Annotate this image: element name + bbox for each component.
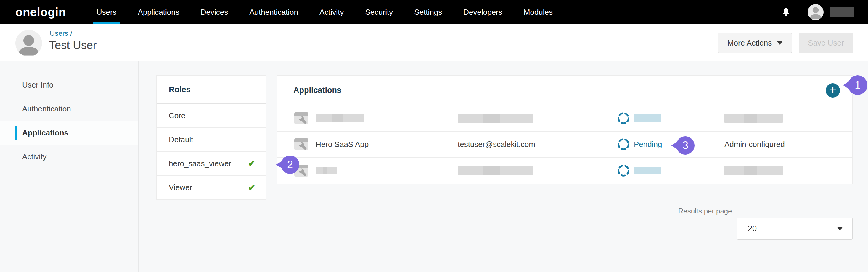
loading-spinner-icon	[617, 112, 630, 125]
user-avatar	[16, 30, 42, 57]
sidebar-item-applications[interactable]: Applications	[0, 121, 138, 145]
role-label: hero_saas_viewer	[169, 159, 231, 168]
pending-spinner-icon	[617, 138, 630, 151]
skeleton-login	[458, 114, 533, 123]
skeleton-login	[458, 166, 533, 175]
app-wrench-icon	[294, 138, 308, 150]
page-header: Users / Test User More Actions Save User	[0, 24, 868, 61]
application-row-loading[interactable]	[277, 158, 852, 184]
skeleton-status	[634, 114, 661, 122]
app-wrench-icon	[294, 112, 308, 124]
role-row-default[interactable]: Default	[157, 128, 266, 152]
role-label: Core	[169, 111, 185, 120]
account-avatar-icon[interactable]	[808, 4, 824, 20]
app-login: testuser@scalekit.com	[458, 140, 535, 149]
loading-spinner-icon	[617, 164, 630, 177]
nav-item-authentication[interactable]: Authentication	[246, 0, 301, 24]
notifications-bell-icon[interactable]	[781, 7, 790, 17]
nav-item-activity[interactable]: Activity	[316, 0, 347, 24]
navbar-right-controls	[781, 4, 868, 20]
nav-item-users[interactable]: Users	[93, 0, 120, 24]
results-per-page-value: 20	[748, 224, 757, 233]
onelogin-logo[interactable]: onelogin	[16, 6, 66, 19]
applications-panel: Applications +	[277, 75, 852, 184]
roles-panel-title: Roles	[157, 76, 266, 104]
skeleton-provisioning	[724, 166, 783, 175]
skeleton-provisioning	[724, 114, 783, 123]
chevron-down-icon	[777, 41, 782, 45]
add-application-button[interactable]: +	[826, 83, 840, 98]
role-label: Viewer	[169, 183, 192, 192]
role-row-hero-saas-viewer[interactable]: hero_saas_viewer ✔	[157, 152, 266, 176]
app-provisioning: Admin-configured	[724, 140, 785, 149]
nav-item-applications[interactable]: Applications	[135, 0, 183, 24]
chevron-down-icon	[837, 227, 843, 231]
sidebar-item-user-info[interactable]: User Info	[0, 73, 138, 97]
results-per-page-select[interactable]: 20	[737, 217, 852, 240]
nav-item-developers[interactable]: Developers	[460, 0, 506, 24]
skeleton-app-name	[316, 114, 365, 122]
account-name-redacted	[830, 7, 854, 17]
nav-item-settings[interactable]: Settings	[411, 0, 445, 24]
annotation-badge-1: 1	[848, 75, 867, 95]
app-name: Hero SaaS App	[316, 140, 369, 149]
applications-panel-title: Applications	[293, 86, 341, 95]
annotation-badge-2: 2	[281, 156, 299, 174]
sidebar: User Info Authentication Applications Ac…	[0, 61, 139, 272]
more-actions-button[interactable]: More Actions	[718, 33, 792, 53]
check-icon: ✔	[248, 183, 255, 192]
app-status-pending[interactable]: Pending	[634, 140, 662, 149]
check-icon: ✔	[248, 159, 255, 168]
primary-nav: Users Applications Devices Authenticatio…	[93, 0, 571, 24]
skeleton-app-name	[316, 167, 337, 174]
applications-panel-header: Applications +	[277, 76, 852, 105]
breadcrumb-users-link[interactable]: Users /	[50, 29, 72, 38]
nav-item-security[interactable]: Security	[362, 0, 396, 24]
nav-item-modules[interactable]: Modules	[521, 0, 556, 24]
more-actions-label: More Actions	[727, 38, 772, 47]
application-row-hero-saas-app[interactable]: Hero SaaS App testuser@scalekit.com Pend…	[277, 132, 852, 158]
role-row-viewer[interactable]: Viewer ✔	[157, 176, 266, 200]
role-label: Default	[169, 135, 193, 144]
nav-item-devices[interactable]: Devices	[197, 0, 231, 24]
sidebar-item-activity[interactable]: Activity	[0, 145, 138, 169]
page-title: Test User	[49, 39, 96, 52]
sidebar-item-authentication[interactable]: Authentication	[0, 97, 138, 121]
save-user-button[interactable]: Save User	[799, 33, 853, 53]
application-row-loading[interactable]	[277, 105, 852, 132]
results-per-page-label: Results per page	[678, 207, 732, 215]
skeleton-status	[634, 167, 661, 174]
annotation-badge-3: 3	[676, 136, 694, 155]
roles-panel: Roles Core Default hero_saas_viewer ✔ Vi…	[156, 75, 266, 200]
role-row-core[interactable]: Core	[157, 104, 266, 128]
onelogin-admin-page: onelogin Users Applications Devices Auth…	[0, 0, 868, 272]
top-navbar: onelogin Users Applications Devices Auth…	[0, 0, 868, 24]
